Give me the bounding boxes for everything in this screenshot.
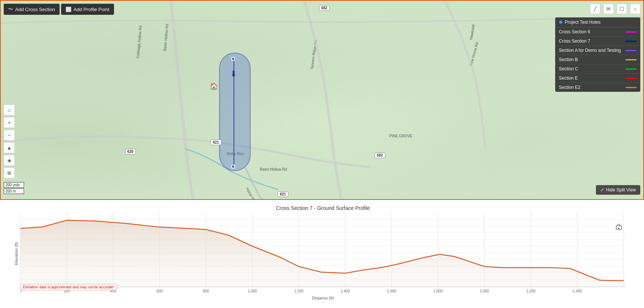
hide-split-view-button[interactable]: ⤢ Hide Split View (596, 185, 640, 195)
scale-label-yards: 200 yrds (4, 182, 24, 188)
chart-area: Elevation (ft) (20, 213, 625, 294)
legend-color-section-a (625, 50, 637, 51)
scale-bars: 200 yrds 200 m (4, 182, 24, 195)
line-chart-icon[interactable]: ╱ (590, 4, 600, 14)
split-view-icon: ⤢ (600, 187, 604, 192)
legend-color-section-e (625, 78, 637, 79)
circle-icon[interactable]: ○ (630, 4, 640, 14)
legend-title: Project Test Holes (565, 20, 601, 25)
terrain-button[interactable]: ▲ (4, 142, 15, 153)
square-icon[interactable]: ☐ (617, 4, 627, 14)
svg-text:2,200: 2,200 (526, 289, 536, 293)
zoom-out-button[interactable]: − (4, 130, 15, 141)
legend-color-section-b (625, 59, 637, 60)
legend-color-section-e2 (625, 87, 637, 88)
layers-button[interactable]: ⊕ (4, 167, 15, 178)
compass-button[interactable]: ◈ (4, 155, 15, 166)
route-badge-682-top: 682 (319, 5, 330, 11)
legend-label: Cross Section 6 (559, 29, 590, 34)
map-container: Cubbage Hollow Rd Basin Hollow Rd Tanner… (0, 0, 644, 200)
add-profile-point-button[interactable]: ⬜ Add Profile Point (61, 4, 114, 15)
legend-label: Section E (559, 76, 578, 81)
svg-text:1,800: 1,800 (433, 289, 443, 293)
place-label-pine-grove: PINE GROVE (389, 134, 412, 138)
legend-item-section-c: Section C (555, 64, 640, 74)
toolbar: 〜 Add Cross Section ⬜ Add Profile Point (4, 4, 114, 15)
legend-item-section-b: Section B (555, 55, 640, 64)
svg-text:1,000: 1,000 (248, 289, 257, 293)
route-badge-620: 620 (125, 149, 136, 154)
svg-marker-24 (20, 220, 625, 287)
legend-label: Section C (559, 66, 578, 71)
add-profile-point-label: Add Profile Point (74, 7, 110, 12)
profile-point-icon: ⬜ (66, 7, 71, 12)
scale-label-meters: 200 m (4, 188, 24, 194)
legend-dot (559, 20, 563, 24)
legend-color-cross-section-6 (625, 31, 637, 33)
x-axis-label: Distance (ft) (20, 296, 625, 300)
cross-section-point-top (231, 57, 235, 61)
mail-icon[interactable]: ✉ (603, 4, 614, 14)
svg-text:1,600: 1,600 (387, 289, 397, 293)
legend-color-cross-section-7 (625, 41, 637, 42)
svg-text:600: 600 (157, 289, 163, 293)
direction-arrow: ⬇ (230, 69, 237, 79)
svg-text:800: 800 (203, 289, 209, 293)
legend-label: Cross Section 7 (559, 38, 590, 44)
chart-title: Cross Section 7 - Ground Surface Profile (20, 205, 625, 211)
map-background (1, 1, 643, 199)
scale-bar-meters: 200 m (4, 188, 24, 194)
add-cross-section-button[interactable]: 〜 Add Cross Section (4, 4, 60, 15)
legend-item-section-e2: Section E2 (555, 83, 640, 92)
cross-section-icon: 〜 (8, 6, 13, 13)
share-button[interactable] (616, 224, 622, 231)
map-controls-left: ⌂ + − ▲ ◈ ⊕ (4, 104, 15, 178)
y-axis-label: Elevation (ft) (14, 242, 19, 265)
hide-split-label: Hide Split View (606, 187, 636, 192)
legend-label: Section A for Demo and Testing (559, 48, 621, 53)
legend-item-cross-section-7: Cross Section 7 (555, 37, 640, 46)
scale-bar-yards: 200 yrds (4, 182, 24, 188)
legend-color-section-c (625, 68, 637, 70)
legend-item-cross-section-6: Cross Section 6 (555, 27, 640, 37)
add-cross-section-label: Add Cross Section (15, 7, 55, 12)
svg-text:2,400: 2,400 (573, 289, 582, 293)
legend-header: Project Test Holes (555, 17, 640, 27)
chart-container: Cross Section 7 - Ground Surface Profile… (0, 201, 644, 308)
svg-text:1,200: 1,200 (294, 289, 304, 293)
home-button[interactable]: ⌂ (4, 104, 15, 116)
map-icon-toolbar: ╱ ✉ ☐ ○ (590, 4, 640, 14)
svg-text:1,400: 1,400 (341, 289, 350, 293)
chart-svg: 1,950 1,900 1,850 1,800 1,750 1,700 1,65… (20, 213, 625, 294)
legend-label: Section B (559, 57, 578, 62)
route-badge-621-bottom: 621 (278, 191, 288, 197)
legend-panel: Project Test Holes Cross Section 6 Cross… (555, 17, 640, 92)
building-icon: 🏠 (210, 82, 218, 90)
elevation-warning: Elevation data is approximate and may no… (20, 284, 117, 290)
legend-item-section-a: Section A for Demo and Testing (555, 46, 640, 55)
zoom-in-button[interactable]: + (4, 117, 15, 128)
legend-item-section-e: Section E (555, 74, 640, 83)
route-badge-682-right: 682 (375, 153, 385, 158)
legend-label: Section E2 (559, 85, 580, 90)
road-label-basin2: Basin Hollow Rd (260, 167, 287, 171)
svg-text:2,000: 2,000 (480, 289, 489, 293)
cross-section-point-bottom (231, 165, 235, 168)
route-badge-621: 621 (211, 140, 221, 145)
